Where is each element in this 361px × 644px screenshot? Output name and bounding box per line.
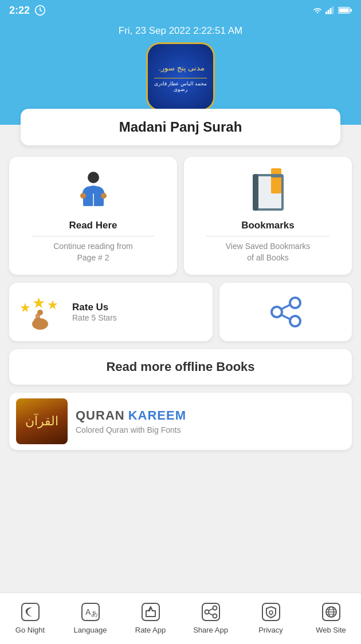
nav-label-share-app: Share App bbox=[193, 626, 228, 634]
status-icons bbox=[312, 6, 352, 14]
svg-point-8 bbox=[88, 172, 99, 183]
nav-label-website: Web Site bbox=[316, 626, 346, 634]
quran-thumbnail: القرآن bbox=[16, 398, 68, 444]
rate-us-card[interactable]: ★ ★ ★ Rate Us Rate 5 Stars bbox=[9, 283, 213, 341]
action-row: ★ ★ ★ Rate Us Rate 5 Stars bbox=[9, 283, 352, 341]
read-here-icon bbox=[70, 168, 116, 214]
svg-rect-1 bbox=[325, 11, 327, 14]
nav-label-go-night: Go Night bbox=[15, 626, 45, 634]
svg-point-12 bbox=[101, 193, 107, 199]
svg-rect-36 bbox=[142, 603, 159, 621]
signal-icon bbox=[325, 6, 336, 14]
app-title-card: Madani Panj Surah bbox=[21, 109, 340, 145]
nav-item-website[interactable]: Web Site bbox=[301, 600, 361, 634]
svg-point-41 bbox=[205, 610, 209, 614]
svg-rect-4 bbox=[332, 6, 333, 14]
quran-info: QURAN KAREEM Colored Quran with Big Font… bbox=[76, 408, 345, 434]
app-logo: مدنی پنج سورہ محمد الیاس عطار قادری رضوی bbox=[146, 42, 215, 111]
nav-item-share-app[interactable]: Share App bbox=[180, 600, 241, 634]
svg-text:A: A bbox=[85, 607, 91, 617]
svg-point-26 bbox=[37, 310, 43, 315]
rate-us-title: Rate Us bbox=[72, 302, 117, 313]
share-app-icon bbox=[199, 600, 222, 623]
main-content: Read Here Continue reading fromPage # 2 bbox=[0, 157, 361, 450]
svg-text:★: ★ bbox=[19, 301, 31, 315]
svg-text:あ: あ bbox=[91, 610, 98, 618]
svg-point-29 bbox=[272, 307, 282, 317]
read-more-button[interactable]: Read more offline Books bbox=[9, 349, 352, 385]
status-time: 2:22 bbox=[9, 5, 30, 17]
bookmarks-divider bbox=[206, 236, 329, 236]
share-card[interactable] bbox=[219, 283, 352, 341]
app-logo-subtitle: محمد الیاس عطار قادری رضوی bbox=[148, 81, 213, 92]
svg-rect-18 bbox=[271, 174, 281, 177]
read-here-card[interactable]: Read Here Continue reading fromPage # 2 bbox=[9, 157, 177, 275]
svg-rect-6 bbox=[350, 9, 352, 11]
nav-item-go-night[interactable]: Go Night bbox=[0, 600, 60, 634]
svg-line-42 bbox=[209, 609, 213, 611]
svg-line-43 bbox=[209, 613, 213, 615]
quran-title-quran: QURAN bbox=[76, 408, 125, 423]
app-logo-title: مدنی پنج سورہ bbox=[154, 61, 207, 76]
read-here-subtitle: Continue reading fromPage # 2 bbox=[53, 241, 133, 263]
svg-rect-7 bbox=[339, 9, 349, 13]
read-more-label: Read more offline Books bbox=[106, 359, 254, 374]
svg-point-11 bbox=[80, 193, 86, 199]
read-here-title: Read Here bbox=[69, 220, 117, 231]
globe-icon bbox=[320, 600, 343, 623]
nav-label-rate-app: Rate App bbox=[135, 626, 166, 634]
nav-item-language[interactable]: A あ Language bbox=[60, 600, 120, 634]
wifi-icon bbox=[312, 6, 323, 14]
svg-point-28 bbox=[290, 316, 300, 326]
svg-text:★: ★ bbox=[32, 294, 45, 311]
app-status-icon bbox=[34, 5, 46, 16]
nav-item-privacy[interactable]: Privacy bbox=[241, 600, 301, 634]
svg-line-31 bbox=[281, 315, 291, 319]
quran-title-kareem: KAREEM bbox=[128, 408, 186, 423]
svg-point-25 bbox=[34, 318, 42, 323]
bookmarks-icon bbox=[245, 168, 291, 214]
bottom-nav: Go Night A あ Language Rate App bbox=[0, 592, 361, 644]
datetime-display: Fri, 23 Sep 2022 2:22:51 AM bbox=[119, 25, 242, 37]
nav-item-rate-app[interactable]: Rate App bbox=[120, 600, 180, 634]
share-icon bbox=[266, 292, 306, 332]
battery-icon bbox=[338, 6, 352, 14]
svg-point-40 bbox=[213, 614, 217, 618]
quran-subtitle: Colored Quran with Big Fonts bbox=[76, 425, 345, 434]
svg-point-45 bbox=[269, 611, 273, 614]
thumbs-up-icon bbox=[139, 600, 162, 623]
rate-us-icon: ★ ★ ★ bbox=[18, 292, 64, 332]
quran-card[interactable]: القرآن QURAN KAREEM Colored Quran with B… bbox=[9, 393, 352, 450]
app-title: Madani Panj Surah bbox=[119, 119, 242, 135]
rate-us-subtitle: Rate 5 Stars bbox=[72, 313, 117, 322]
shield-icon bbox=[260, 600, 282, 623]
rate-us-text: Rate Us Rate 5 Stars bbox=[72, 302, 117, 322]
quran-title-row: QURAN KAREEM bbox=[76, 408, 345, 423]
svg-text:★: ★ bbox=[47, 298, 58, 312]
feature-cards-row: Read Here Continue reading fromPage # 2 bbox=[9, 157, 352, 275]
read-here-divider bbox=[32, 236, 155, 236]
status-bar: 2:22 bbox=[0, 0, 361, 21]
svg-line-30 bbox=[281, 305, 291, 309]
svg-rect-32 bbox=[22, 603, 39, 621]
bookmarks-card[interactable]: Bookmarks View Saved Bookmarksof all Boo… bbox=[184, 157, 352, 275]
svg-point-39 bbox=[213, 606, 217, 610]
svg-rect-3 bbox=[330, 8, 332, 14]
moon-icon bbox=[19, 600, 42, 623]
bookmarks-title: Bookmarks bbox=[241, 220, 295, 231]
translate-icon: A あ bbox=[79, 600, 102, 623]
nav-label-privacy: Privacy bbox=[258, 626, 283, 634]
svg-rect-14 bbox=[253, 174, 258, 211]
nav-label-language: Language bbox=[74, 626, 107, 634]
svg-point-27 bbox=[290, 298, 300, 308]
quran-arabic-text: القرآن bbox=[25, 414, 58, 429]
bookmarks-subtitle: View Saved Bookmarksof all Books bbox=[226, 241, 311, 263]
svg-rect-2 bbox=[328, 10, 329, 14]
